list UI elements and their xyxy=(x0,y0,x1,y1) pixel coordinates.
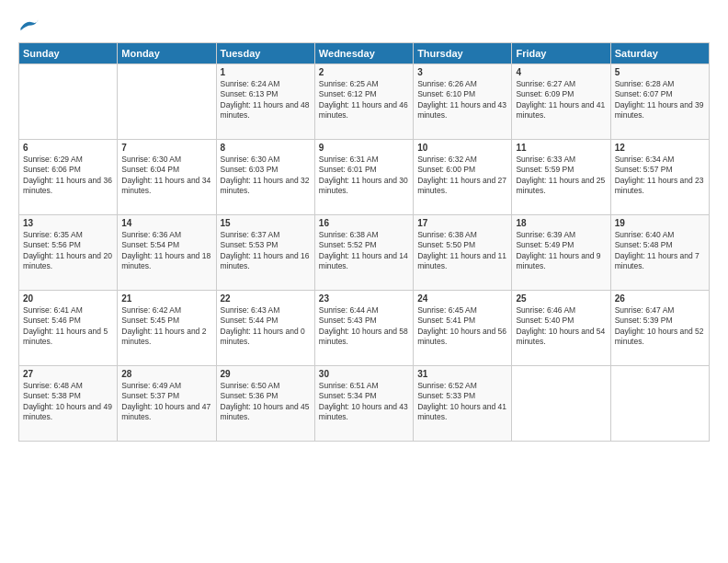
calendar-cell: 5Sunrise: 6:28 AMSunset: 6:07 PMDaylight… xyxy=(610,63,709,139)
day-number: 26 xyxy=(615,293,705,304)
logo-general xyxy=(18,15,40,33)
calendar-cell: 9Sunrise: 6:31 AMSunset: 6:01 PMDaylight… xyxy=(314,139,413,214)
cell-info: Sunrise: 6:30 AMSunset: 6:03 PMDaylight:… xyxy=(221,155,310,195)
cell-info: Sunrise: 6:48 AMSunset: 5:38 PMDaylight:… xyxy=(23,381,112,421)
day-number: 18 xyxy=(516,218,606,228)
cell-info: Sunrise: 6:40 AMSunset: 5:48 PMDaylight:… xyxy=(615,230,700,270)
calendar-cell: 27Sunrise: 6:48 AMSunset: 5:38 PMDayligh… xyxy=(19,365,118,441)
day-number: 16 xyxy=(319,218,409,228)
weekday-header-saturday: Saturday xyxy=(610,42,709,63)
day-number: 31 xyxy=(417,369,507,379)
cell-info: Sunrise: 6:37 AMSunset: 5:53 PMDaylight:… xyxy=(221,230,310,270)
day-number: 25 xyxy=(516,293,606,304)
calendar-cell: 16Sunrise: 6:38 AMSunset: 5:52 PMDayligh… xyxy=(314,214,413,290)
calendar-cell: 7Sunrise: 6:30 AMSunset: 6:04 PMDaylight… xyxy=(118,139,216,214)
day-number: 6 xyxy=(23,143,113,153)
calendar-cell: 2Sunrise: 6:25 AMSunset: 6:12 PMDaylight… xyxy=(314,63,413,139)
day-number: 11 xyxy=(516,143,606,153)
day-number: 20 xyxy=(23,293,113,304)
calendar-cell: 25Sunrise: 6:46 AMSunset: 5:40 PMDayligh… xyxy=(512,290,610,365)
cell-info: Sunrise: 6:33 AMSunset: 5:59 PMDaylight:… xyxy=(516,155,605,195)
day-number: 1 xyxy=(221,67,311,77)
day-number: 14 xyxy=(121,218,211,228)
calendar-cell: 20Sunrise: 6:41 AMSunset: 5:46 PMDayligh… xyxy=(19,290,118,365)
day-number: 19 xyxy=(615,218,705,228)
calendar-cell: 14Sunrise: 6:36 AMSunset: 5:54 PMDayligh… xyxy=(118,214,216,290)
calendar-cell: 17Sunrise: 6:38 AMSunset: 5:50 PMDayligh… xyxy=(414,214,512,290)
logo xyxy=(18,15,40,33)
day-number: 27 xyxy=(23,369,113,379)
cell-info: Sunrise: 6:50 AMSunset: 5:36 PMDaylight:… xyxy=(221,381,310,421)
week-row-3: 13Sunrise: 6:35 AMSunset: 5:56 PMDayligh… xyxy=(19,214,710,290)
day-number: 12 xyxy=(615,143,705,153)
day-number: 24 xyxy=(417,293,507,304)
day-number: 9 xyxy=(319,143,409,153)
calendar-cell: 29Sunrise: 6:50 AMSunset: 5:36 PMDayligh… xyxy=(216,365,314,441)
cell-info: Sunrise: 6:24 AMSunset: 6:13 PMDaylight:… xyxy=(221,79,310,120)
weekday-header-row: SundayMondayTuesdayWednesdayThursdayFrid… xyxy=(19,42,710,63)
day-number: 28 xyxy=(121,369,211,379)
weekday-header-friday: Friday xyxy=(512,42,610,63)
cell-info: Sunrise: 6:44 AMSunset: 5:43 PMDaylight:… xyxy=(319,305,408,346)
day-number: 8 xyxy=(221,143,311,153)
day-number: 4 xyxy=(516,67,606,77)
calendar-cell: 3Sunrise: 6:26 AMSunset: 6:10 PMDaylight… xyxy=(414,63,512,139)
cell-info: Sunrise: 6:34 AMSunset: 5:57 PMDaylight:… xyxy=(615,155,704,195)
week-row-1: 1Sunrise: 6:24 AMSunset: 6:13 PMDaylight… xyxy=(19,63,710,139)
week-row-4: 20Sunrise: 6:41 AMSunset: 5:46 PMDayligh… xyxy=(19,290,710,365)
weekday-header-monday: Monday xyxy=(118,42,216,63)
cell-info: Sunrise: 6:49 AMSunset: 5:37 PMDaylight:… xyxy=(121,381,210,421)
cell-info: Sunrise: 6:46 AMSunset: 5:40 PMDaylight:… xyxy=(516,305,605,346)
cell-info: Sunrise: 6:42 AMSunset: 5:45 PMDaylight:… xyxy=(121,305,206,346)
day-number: 22 xyxy=(221,293,311,304)
cell-info: Sunrise: 6:27 AMSunset: 6:09 PMDaylight:… xyxy=(516,79,605,120)
calendar-cell: 26Sunrise: 6:47 AMSunset: 5:39 PMDayligh… xyxy=(610,290,709,365)
day-number: 15 xyxy=(221,218,311,228)
page: SundayMondayTuesdayWednesdayThursdayFrid… xyxy=(0,0,728,563)
week-row-5: 27Sunrise: 6:48 AMSunset: 5:38 PMDayligh… xyxy=(19,365,710,441)
header xyxy=(18,15,710,33)
calendar-cell: 12Sunrise: 6:34 AMSunset: 5:57 PMDayligh… xyxy=(610,139,709,214)
cell-info: Sunrise: 6:43 AMSunset: 5:44 PMDaylight:… xyxy=(221,305,305,346)
calendar-cell: 19Sunrise: 6:40 AMSunset: 5:48 PMDayligh… xyxy=(610,214,709,290)
cell-info: Sunrise: 6:29 AMSunset: 6:06 PMDaylight:… xyxy=(23,155,112,195)
weekday-header-wednesday: Wednesday xyxy=(314,42,413,63)
calendar-cell: 8Sunrise: 6:30 AMSunset: 6:03 PMDaylight… xyxy=(216,139,314,214)
cell-info: Sunrise: 6:51 AMSunset: 5:34 PMDaylight:… xyxy=(319,381,408,421)
calendar-cell xyxy=(118,63,216,139)
weekday-header-tuesday: Tuesday xyxy=(216,42,314,63)
cell-info: Sunrise: 6:38 AMSunset: 5:50 PMDaylight:… xyxy=(417,230,506,270)
day-number: 30 xyxy=(319,369,409,379)
cell-info: Sunrise: 6:36 AMSunset: 5:54 PMDaylight:… xyxy=(121,230,210,270)
calendar-cell xyxy=(610,365,709,441)
cell-info: Sunrise: 6:52 AMSunset: 5:33 PMDaylight:… xyxy=(417,381,506,421)
calendar-cell: 18Sunrise: 6:39 AMSunset: 5:49 PMDayligh… xyxy=(512,214,610,290)
calendar-cell: 28Sunrise: 6:49 AMSunset: 5:37 PMDayligh… xyxy=(118,365,216,441)
calendar-cell: 21Sunrise: 6:42 AMSunset: 5:45 PMDayligh… xyxy=(118,290,216,365)
day-number: 21 xyxy=(121,293,211,304)
calendar-table: SundayMondayTuesdayWednesdayThursdayFrid… xyxy=(18,42,710,442)
calendar-cell: 30Sunrise: 6:51 AMSunset: 5:34 PMDayligh… xyxy=(314,365,413,441)
day-number: 29 xyxy=(221,369,311,379)
calendar-cell: 15Sunrise: 6:37 AMSunset: 5:53 PMDayligh… xyxy=(216,214,314,290)
weekday-header-thursday: Thursday xyxy=(414,42,512,63)
logo-bird-icon xyxy=(19,16,40,32)
cell-info: Sunrise: 6:25 AMSunset: 6:12 PMDaylight:… xyxy=(319,79,408,120)
day-number: 13 xyxy=(23,218,113,228)
calendar-cell: 6Sunrise: 6:29 AMSunset: 6:06 PMDaylight… xyxy=(19,139,118,214)
calendar-cell xyxy=(19,63,118,139)
cell-info: Sunrise: 6:35 AMSunset: 5:56 PMDaylight:… xyxy=(23,230,112,270)
calendar-cell: 31Sunrise: 6:52 AMSunset: 5:33 PMDayligh… xyxy=(414,365,512,441)
cell-info: Sunrise: 6:47 AMSunset: 5:39 PMDaylight:… xyxy=(615,305,704,346)
calendar-cell: 11Sunrise: 6:33 AMSunset: 5:59 PMDayligh… xyxy=(512,139,610,214)
calendar-cell: 4Sunrise: 6:27 AMSunset: 6:09 PMDaylight… xyxy=(512,63,610,139)
weekday-header-sunday: Sunday xyxy=(19,42,118,63)
calendar-cell: 10Sunrise: 6:32 AMSunset: 6:00 PMDayligh… xyxy=(414,139,512,214)
week-row-2: 6Sunrise: 6:29 AMSunset: 6:06 PMDaylight… xyxy=(19,139,710,214)
calendar-cell: 23Sunrise: 6:44 AMSunset: 5:43 PMDayligh… xyxy=(314,290,413,365)
day-number: 10 xyxy=(417,143,507,153)
cell-info: Sunrise: 6:39 AMSunset: 5:49 PMDaylight:… xyxy=(516,230,600,270)
cell-info: Sunrise: 6:31 AMSunset: 6:01 PMDaylight:… xyxy=(319,155,408,195)
cell-info: Sunrise: 6:30 AMSunset: 6:04 PMDaylight:… xyxy=(121,155,210,195)
calendar-cell xyxy=(512,365,610,441)
